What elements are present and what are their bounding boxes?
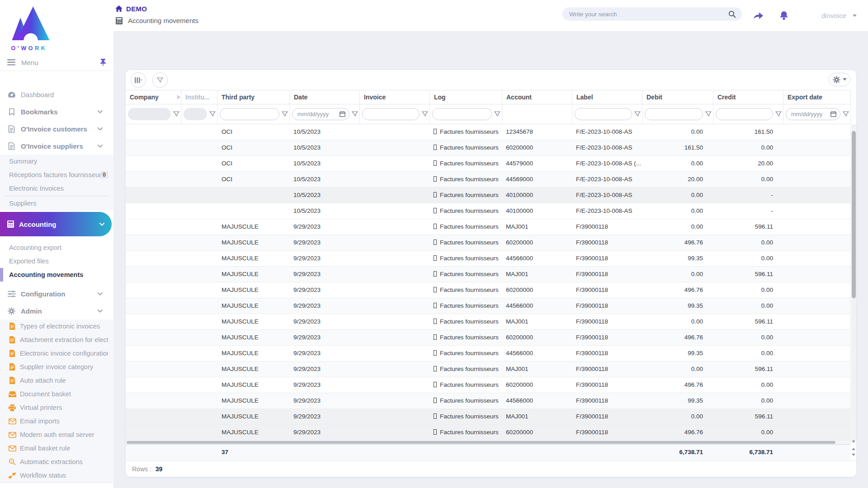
vertical-scrollbar[interactable] (850, 90, 856, 444)
user-menu[interactable]: dinvoice (821, 0, 857, 31)
table-row[interactable]: OCI 10/5/2023 Factures fournisseurs 6020… (126, 140, 850, 156)
sidebar-subitem-suppliers[interactable]: Suppliers (0, 197, 113, 210)
sidebar-item-bookmarks[interactable]: Bookmarks (0, 103, 113, 120)
sidebar-subitem[interactable]: Attachment extraction for electroni (0, 333, 113, 347)
column-header-institution[interactable]: Institu... (181, 90, 217, 104)
calendar-icon[interactable] (830, 111, 836, 117)
column-header-date[interactable]: Date (289, 90, 359, 104)
notifications-button[interactable] (779, 0, 788, 31)
table-row[interactable]: MAJUSCULE 9/29/2023 Factures fournisseur… (126, 361, 850, 377)
table-row[interactable]: MAJUSCULE 9/29/2023 Factures fournisseur… (126, 251, 850, 267)
horizontal-scrollbar-thumb[interactable] (127, 441, 835, 444)
table-row[interactable]: MAJUSCULE 9/29/2023 Factures fournisseur… (126, 314, 850, 330)
table-row[interactable]: MAJUSCULE 9/29/2023 Factures fournisseur… (126, 377, 850, 393)
sidebar-subitem[interactable]: Email imports (0, 414, 113, 428)
table-row[interactable]: OCI 10/5/2023 Factures fournisseurs 4456… (126, 172, 850, 188)
funnel-icon[interactable] (209, 111, 216, 117)
table-row[interactable]: MAJUSCULE 9/29/2023 Factures fournisseur… (126, 298, 850, 314)
funnel-icon[interactable] (843, 111, 849, 117)
column-header-company[interactable]: Company (126, 90, 181, 104)
scroll-down-arrow[interactable] (852, 454, 855, 456)
table-row[interactable]: MAJUSCULE 9/29/2023 Factures fournisseur… (126, 267, 850, 282)
table-row[interactable]: OCI 10/5/2023 Factures fournisseurs 4457… (126, 156, 850, 172)
sidebar-subitem-receptions[interactable]: Réceptions factures fournisseurs 0 (0, 168, 113, 182)
column-header-account[interactable]: Account (502, 90, 572, 104)
scroll-down-arrow[interactable] (852, 441, 855, 443)
sidebar-item-oinvoice-customers[interactable]: O'Invoice customers (0, 120, 113, 137)
date-filter-input[interactable]: mm/dd/yyyy (292, 108, 349, 120)
export-date-filter-input[interactable]: mm/dd/yyyy (786, 108, 840, 120)
table-row[interactable]: MAJUSCULE 9/29/2023 Factures fournisseur… (126, 346, 850, 361)
table-row[interactable]: MAJUSCULE 9/29/2023 Factures fournisseur… (126, 282, 850, 298)
funnel-icon[interactable] (494, 111, 500, 117)
expand-group-icon[interactable] (177, 95, 180, 99)
table-row[interactable]: MAJUSCULE 9/29/2023 Factures fournisseur… (126, 235, 850, 251)
calendar-icon[interactable] (340, 111, 345, 117)
funnel-icon[interactable] (775, 111, 782, 117)
sidebar-subitem[interactable]: Types of electronic invoices (0, 319, 113, 333)
sidebar-subitem[interactable]: Electronic invoice configuration (0, 347, 113, 360)
debit-filter-input[interactable] (645, 108, 703, 120)
funnel-icon[interactable] (422, 111, 428, 117)
search-input[interactable] (568, 10, 728, 18)
company-filter-input[interactable] (128, 108, 171, 120)
sidebar-subitem[interactable]: Automatic extractions (0, 455, 113, 469)
funnel-icon[interactable] (282, 111, 288, 117)
log-filter-input[interactable] (432, 108, 492, 120)
table-row[interactable]: MAJUSCULE 9/29/2023 Factures fournisseur… (126, 330, 850, 346)
column-header-credit[interactable]: Credit (713, 90, 783, 104)
credit-filter-input[interactable] (716, 108, 773, 120)
filter-button[interactable] (152, 72, 168, 88)
institution-filter-input[interactable] (184, 108, 207, 120)
table-row[interactable]: OCI 10/5/2023 Factures fournisseurs 1234… (126, 124, 850, 140)
cell-debit: 0.00 (642, 219, 713, 235)
third-party-filter-input[interactable] (220, 108, 279, 120)
funnel-icon[interactable] (634, 111, 641, 117)
share-button[interactable] (753, 0, 764, 31)
hamburger-icon[interactable] (7, 59, 15, 66)
column-header-debit[interactable]: Debit (642, 90, 713, 104)
sidebar-subitem-accounting-movements-active[interactable]: Accounting movements (0, 268, 113, 282)
sidebar-item-oinvoice-suppliers[interactable]: O'Invoice suppliers (0, 137, 113, 155)
column-header-third-party[interactable]: Third party (217, 90, 289, 104)
sidebar-subitem-accounting-export[interactable]: Accounting export (0, 241, 113, 254)
sidebar-subitem[interactable]: Workflow status (0, 469, 113, 482)
funnel-icon[interactable] (173, 111, 179, 117)
column-chooser-button[interactable] (131, 72, 146, 88)
sidebar-subitem[interactable]: Supplier invoice category (0, 360, 113, 374)
sidebar-subitem-summary[interactable]: Summary (0, 155, 113, 168)
funnel-icon[interactable] (705, 111, 712, 117)
scrollbar-thumb[interactable] (852, 131, 856, 298)
sidebar-subitem[interactable]: Virtual printers (0, 401, 113, 414)
sidebar-item-admin[interactable]: Admin (0, 302, 113, 319)
table-row[interactable]: 10/5/2023 Factures fournisseurs 40100000… (126, 203, 850, 219)
column-header-label[interactable]: Label (572, 90, 642, 104)
sidebar-item-dashboard[interactable]: Dashboard (0, 86, 113, 103)
label-filter-input[interactable] (575, 108, 632, 120)
sidebar-subitem[interactable]: Email basket rule (0, 441, 113, 455)
table-row[interactable]: MAJUSCULE 9/29/2023 Factures fournisseur… (126, 219, 850, 235)
table-row[interactable]: MAJUSCULE 9/29/2023 Factures fournisseur… (126, 425, 850, 441)
grid-settings-button[interactable] (829, 73, 850, 86)
scroll-up-arrow[interactable] (852, 448, 855, 450)
sidebar-subitem[interactable]: Modern auth email server (0, 428, 113, 441)
sidebar-subitem-electronic-invoices[interactable]: Electronic Invoices (0, 182, 113, 195)
pin-icon[interactable] (100, 59, 106, 66)
search-icon[interactable] (728, 10, 736, 18)
funnel-icon[interactable] (352, 111, 358, 117)
table-row[interactable]: 10/5/2023 Factures fournisseurs 40100000… (126, 188, 850, 203)
sidebar-item-configuration[interactable]: Configuration (0, 285, 113, 302)
sidebar-subitem[interactable]: Document basket (0, 387, 113, 401)
column-header-log[interactable]: Log (429, 90, 502, 104)
sidebar-item-accounting-active[interactable]: Accounting (0, 212, 112, 236)
sidebar-subitem-exported-files[interactable]: Exported files (0, 254, 113, 268)
column-header-invoice[interactable]: Invoice (359, 90, 429, 104)
sidebar-subitem[interactable]: Auto attach rule (0, 374, 113, 387)
table-row[interactable]: MAJUSCULE 9/29/2023 Factures fournisseur… (126, 393, 850, 409)
scrollbar-track[interactable] (851, 124, 856, 441)
column-header-export-date[interactable]: Export date (783, 90, 850, 104)
table-row[interactable]: MAJUSCULE 9/29/2023 Factures fournisseur… (126, 409, 850, 425)
horizontal-scrollbar[interactable] (126, 441, 850, 444)
app-logo[interactable]: O'WORK (5, 3, 56, 53)
invoice-filter-input[interactable] (362, 108, 420, 120)
